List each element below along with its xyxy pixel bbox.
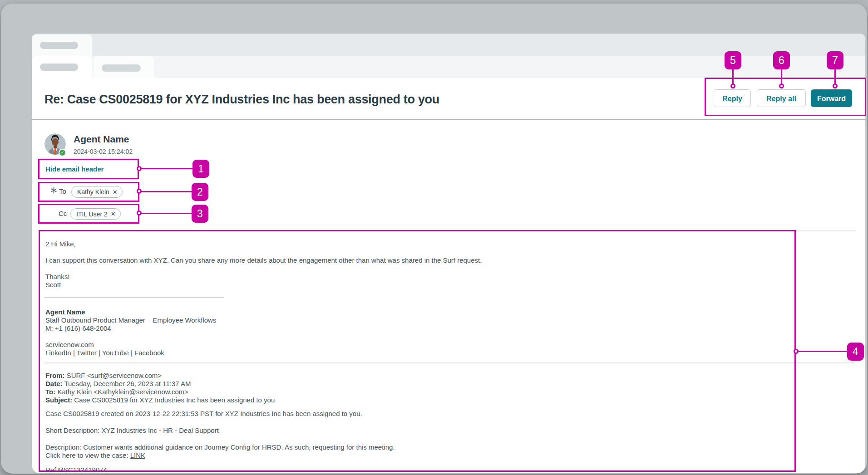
hide-email-header-link[interactable]: Hide email header xyxy=(45,165,104,173)
annotation-line-2 xyxy=(141,191,192,192)
to-label: To: xyxy=(45,388,55,396)
to-field-label: To xyxy=(59,187,66,195)
annotation-line-3 xyxy=(141,213,192,214)
annotation-dot-7 xyxy=(833,83,838,88)
annotation-dot-2 xyxy=(137,189,142,194)
browser-tab-back[interactable] xyxy=(32,34,92,56)
body-section-divider xyxy=(40,230,856,231)
callout-2: 2 xyxy=(192,183,208,201)
required-asterisk-icon xyxy=(50,187,57,194)
message-timestamp: 2024-03-02 15:24:02 xyxy=(74,148,133,155)
description-line: Description: Customer wants additional g… xyxy=(45,443,395,451)
callout-7: 7 xyxy=(827,51,843,69)
callout-3: 3 xyxy=(192,205,208,223)
callout-4: 4 xyxy=(847,343,864,361)
annotation-line-6 xyxy=(781,69,782,85)
cc-field-label: Cc xyxy=(59,210,67,217)
cc-recipient-chip[interactable]: ITIL User 2 ✕ xyxy=(70,208,121,220)
tab-title-placeholder xyxy=(40,64,78,71)
quoted-message-divider xyxy=(44,362,854,363)
to-value: Kathy Klein <Kathyklein@servicenow.com> xyxy=(55,388,188,396)
annotation-dot-5 xyxy=(730,83,735,88)
quoted-from-line: From: SURF <surf@servicenow.com> xyxy=(45,371,162,380)
annotation-dot-6 xyxy=(779,83,784,88)
signature-phone: M: +1 (616) 648-2004 xyxy=(45,324,111,333)
tab-title-placeholder xyxy=(102,64,141,72)
callout-5: 5 xyxy=(725,51,741,69)
browser-tab-inactive[interactable] xyxy=(94,56,154,78)
body-paragraph: I can support this conversation with XYZ… xyxy=(45,256,482,264)
annotation-dot-3 xyxy=(137,211,142,215)
body-signoff: Scott xyxy=(45,280,61,289)
browser-tab-active[interactable] xyxy=(32,56,92,78)
signature-title: Staff Outbound Product Manager – Employe… xyxy=(45,316,216,324)
signature-name: Agent Name xyxy=(45,308,85,316)
callout-6: 6 xyxy=(773,51,790,69)
case-link-prefix: Click here to view the case: xyxy=(45,451,130,459)
body-thanks: Thanks! xyxy=(45,272,69,281)
cc-recipient-name: ITIL User 2 xyxy=(76,211,108,218)
subject-value: Case CS0025819 for XYZ Industries Inc ha… xyxy=(72,396,275,404)
remove-recipient-icon[interactable]: ✕ xyxy=(111,211,116,217)
annotation-line-4 xyxy=(798,351,847,352)
annotation-line-7 xyxy=(834,69,836,85)
from-value: SURF <surf@servicenow.com> xyxy=(65,372,162,379)
case-link[interactable]: LINK xyxy=(130,451,145,459)
reply-button[interactable]: Reply xyxy=(714,89,751,107)
tab-title-placeholder xyxy=(40,42,78,49)
reply-all-button[interactable]: Reply all xyxy=(757,89,806,107)
forward-button[interactable]: Forward xyxy=(811,89,852,107)
annotation-line-5 xyxy=(732,69,734,85)
date-label: Date: xyxy=(45,380,63,387)
short-description-line: Short Description: XYZ Industries Inc - … xyxy=(45,426,219,435)
date-value: Tuesday, December 26, 2023 at 11:37 AM xyxy=(63,380,191,387)
signature-divider xyxy=(44,297,224,298)
header-divider xyxy=(32,119,865,120)
to-recipient-name: Kathy Klein xyxy=(77,188,109,196)
verified-badge-icon: ✓ xyxy=(59,149,66,157)
signature-social-links[interactable]: LinkedIn | Twitter | YouTube | Facebook xyxy=(45,348,164,357)
sender-name: Agent Name xyxy=(74,134,129,145)
annotation-dot-4 xyxy=(794,349,799,354)
from-label: From: xyxy=(45,372,65,379)
annotation-dot-1 xyxy=(137,166,142,171)
ref-line: Ref:MSC132419074 xyxy=(45,465,107,474)
body-intro: 2 Hi Mike, xyxy=(45,240,76,248)
quoted-to-line: To: Kathy Klein <Kathyklein@servicenow.c… xyxy=(45,387,188,396)
quoted-date-line: Date: Tuesday, December 26, 2023 at 11:3… xyxy=(45,379,191,388)
callout-1: 1 xyxy=(192,160,209,178)
signature-website[interactable]: servicenow.com xyxy=(45,340,94,349)
case-link-line: Click here to view the case: LINK xyxy=(45,451,145,460)
case-created-line: Case CS0025819 created on 2023-12-22 22:… xyxy=(45,409,362,418)
subject-label: Subject: xyxy=(45,396,72,404)
annotation-line-1 xyxy=(141,168,192,169)
to-recipient-chip[interactable]: Kathy Klein ✕ xyxy=(71,186,123,198)
page-title: Re: Case CS0025819 for XYZ Industries In… xyxy=(44,92,635,107)
remove-recipient-icon[interactable]: ✕ xyxy=(113,189,118,196)
quoted-subject-line: Subject: Case CS0025819 for XYZ Industri… xyxy=(45,396,275,404)
